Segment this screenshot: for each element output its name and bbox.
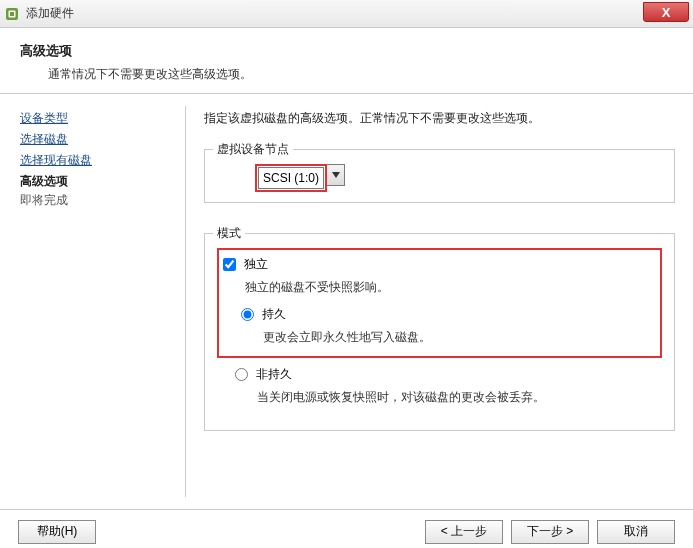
scsi-node-select[interactable]: SCSI (1:0) [258,167,324,189]
step-select-disk[interactable]: 选择磁盘 [20,131,177,148]
close-button[interactable]: X [643,2,689,22]
persistent-desc: 更改会立即永久性地写入磁盘。 [263,329,652,346]
wizard-header: 高级选项 通常情况下不需要更改这些高级选项。 [0,28,693,94]
cancel-button[interactable]: 取消 [597,520,675,544]
content: 设备类型 选择磁盘 选择现有磁盘 高级选项 即将完成 指定该虚拟磁盘的高级选项。… [0,94,693,509]
wizard-steps: 设备类型 选择磁盘 选择现有磁盘 高级选项 即将完成 [0,94,185,509]
node-legend: 虚拟设备节点 [213,141,293,158]
mode-legend: 模式 [213,225,245,242]
independent-desc: 独立的磁盘不受快照影响。 [245,279,652,296]
scsi-node-dropdown-arrow[interactable] [327,164,345,186]
help-button[interactable]: 帮助(H) [18,520,96,544]
independent-checkbox[interactable] [223,258,236,271]
instruction-text: 指定该虚拟磁盘的高级选项。正常情况下不需要更改这些选项。 [204,110,675,127]
step-advanced-options: 高级选项 [20,173,177,190]
persistent-radio[interactable] [241,308,254,321]
nonpersistent-desc: 当关闭电源或恢复快照时，对该磁盘的更改会被丢弃。 [257,389,662,406]
mode-group: 模式 独立 独立的磁盘不受快照影响。 持久 更改会立即永久性地写入磁盘。 [204,233,675,431]
footer: 帮助(H) < 上一步 下一步 > 取消 [0,509,693,548]
persistent-label: 持久 [262,306,286,323]
close-icon: X [662,5,671,20]
chevron-down-icon [332,172,340,178]
step-ready-complete: 即将完成 [20,192,177,209]
scsi-node-value: SCSI (1:0) [263,171,319,185]
step-select-existing[interactable]: 选择现有磁盘 [20,152,177,169]
svg-rect-2 [10,12,14,16]
back-button[interactable]: < 上一步 [425,520,503,544]
next-button[interactable]: 下一步 > [511,520,589,544]
titlebar: 添加硬件 X [0,0,693,28]
highlight-box-node: SCSI (1:0) [255,164,327,192]
step-device-type[interactable]: 设备类型 [20,110,177,127]
main-panel: 指定该虚拟磁盘的高级选项。正常情况下不需要更改这些选项。 虚拟设备节点 SCSI… [186,94,693,509]
page-title: 高级选项 [20,42,673,60]
nonpersistent-radio[interactable] [235,368,248,381]
page-subtitle: 通常情况下不需要更改这些高级选项。 [48,66,673,83]
app-icon [4,6,20,22]
independent-label: 独立 [244,256,268,273]
nonpersistent-label: 非持久 [256,366,292,383]
virtual-device-node-group: 虚拟设备节点 SCSI (1:0) [204,149,675,203]
highlight-box-mode: 独立 独立的磁盘不受快照影响。 持久 更改会立即永久性地写入磁盘。 [217,248,662,358]
window-title: 添加硬件 [26,5,74,22]
